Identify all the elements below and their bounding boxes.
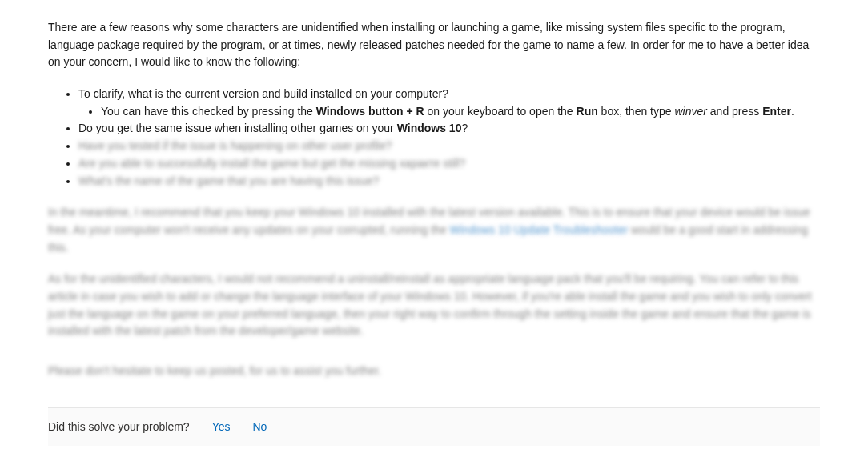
list-item: To clarify, what is the current version … [78,86,820,103]
list-item: Have you tested if the issue is happenin… [78,138,820,155]
obscured-text: What's the name of the game that you are… [78,174,379,187]
obscured-text: Are you able to successfully install the… [78,157,465,170]
body-paragraph: As for the unidentified characters, I wo… [48,271,820,340]
text-fragment: box, then type [598,105,675,118]
list-item: What's the name of the game that you are… [78,173,820,190]
feedback-bar: Did this solve your problem? Yes No [48,407,820,447]
obscured-link: Windows 10 Update Troubleshooter [450,223,629,236]
text-fragment: and press [707,105,762,118]
body-paragraph: Please don't hesitate to keep us posted,… [48,363,820,380]
bold-text: Windows 10 [397,122,462,134]
text-fragment: Do you get the same issue when installin… [78,122,397,134]
body-paragraph: In the meantime, I recommend that you ke… [48,204,820,256]
feedback-no-link[interactable]: No [252,419,267,436]
obscured-text: Please don't hesitate to keep us posted,… [48,364,381,377]
obscured-text: Have you tested if the issue is happenin… [78,139,392,152]
bold-text: Windows button + R [316,105,424,118]
text-fragment: You can have this checked by pressing th… [101,105,316,118]
list-item: Do you get the same issue when installin… [78,120,820,138]
feedback-yes-link[interactable]: Yes [212,419,231,436]
obscured-text: As for the unidentified characters, I wo… [48,272,812,337]
text-fragment: . [791,105,794,118]
bold-text: Run [577,105,598,118]
italic-text: winver [674,105,706,118]
feedback-question: Did this solve your problem? [48,419,190,436]
list-item: Are you able to successfully install the… [78,155,820,173]
bold-text: Enter [762,105,791,118]
list-item: You can have this checked by pressing th… [101,103,820,121]
question-list: To clarify, what is the current version … [48,86,820,190]
intro-paragraph: There are a few reasons why some charact… [48,19,820,71]
text-fragment: on your keyboard to open the [424,105,577,118]
text-fragment: ? [461,122,468,134]
